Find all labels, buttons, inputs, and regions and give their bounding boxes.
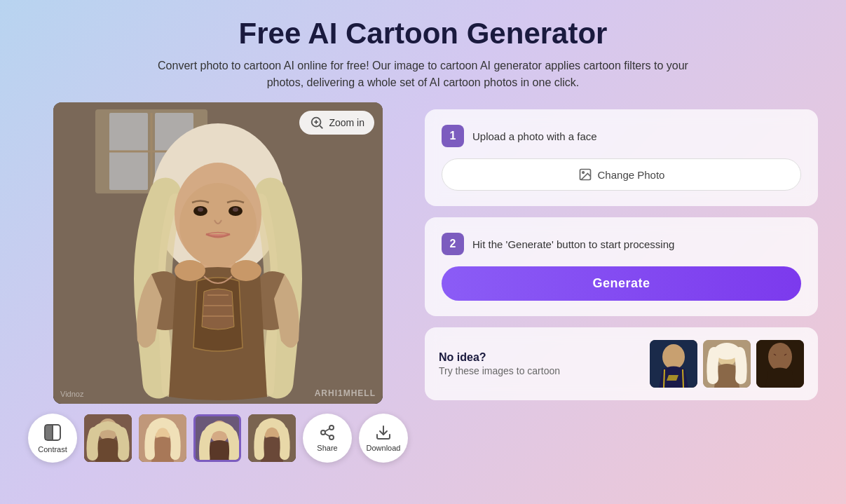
- generate-button[interactable]: Generate: [442, 266, 801, 301]
- download-button[interactable]: Download: [359, 414, 408, 463]
- step-1-header: 1 Upload a photo with a face: [442, 125, 801, 147]
- step-2-description: Hit the 'Generate' button to start proce…: [472, 238, 674, 250]
- step-2-header: 2 Hit the 'Generate' button to start pro…: [442, 233, 801, 255]
- step-1-description: Upload a photo with a face: [472, 130, 597, 142]
- svg-point-42: [662, 344, 685, 369]
- svg-line-20: [320, 125, 323, 128]
- character-artwork: [53, 102, 383, 404]
- page-title: Free AI Cartoon Generator: [28, 17, 818, 50]
- svg-point-17: [175, 260, 205, 281]
- thumbnail-4[interactable]: [248, 414, 296, 462]
- thumbnails-row: Contrast: [28, 414, 408, 463]
- no-idea-text: No idea? Try these images to cartoon: [439, 351, 560, 376]
- brand-watermark: Vidnoz: [60, 390, 83, 398]
- svg-rect-24: [45, 425, 53, 440]
- no-idea-title: No idea?: [439, 351, 560, 364]
- svg-point-47: [768, 343, 792, 371]
- contrast-icon: [43, 423, 62, 442]
- svg-point-35: [329, 435, 334, 440]
- no-idea-subtitle: Try these images to cartoon: [439, 365, 560, 376]
- main-image-container: Vidnoz ARHI1MHELL Zoom in: [53, 102, 383, 404]
- share-label: Share: [317, 444, 337, 452]
- svg-point-9: [179, 183, 257, 267]
- image-icon: [578, 168, 592, 182]
- main-content: Vidnoz ARHI1MHELL Zoom in: [28, 102, 818, 463]
- generate-label: Generate: [592, 276, 650, 290]
- thumbnail-3-active[interactable]: [193, 414, 241, 462]
- left-panel: Vidnoz ARHI1MHELL Zoom in: [28, 102, 408, 463]
- download-label: Download: [367, 444, 401, 452]
- contrast-button[interactable]: Contrast: [28, 414, 77, 463]
- svg-line-37: [325, 429, 330, 432]
- header: Free AI Cartoon Generator Convert photo …: [28, 17, 818, 91]
- share-icon: [319, 424, 336, 441]
- share-button[interactable]: Share: [303, 414, 352, 463]
- step-2-card: 2 Hit the 'Generate' button to start pro…: [425, 217, 818, 316]
- step-1-badge: 1: [442, 125, 464, 147]
- zoom-label: Zoom in: [329, 117, 364, 128]
- thumb-2-art: [139, 414, 186, 462]
- sample-image-2[interactable]: [703, 340, 751, 388]
- change-photo-button[interactable]: Change Photo: [442, 158, 801, 191]
- page-description: Convert photo to cartoon AI online for f…: [157, 57, 690, 91]
- sample-image-3[interactable]: [756, 340, 804, 388]
- svg-point-33: [329, 425, 334, 430]
- sample-image-1[interactable]: [650, 340, 697, 388]
- no-idea-card: No idea? Try these images to cartoon: [425, 327, 818, 400]
- download-icon: [375, 424, 392, 441]
- svg-point-40: [582, 172, 584, 174]
- svg-point-34: [321, 430, 325, 435]
- zoom-icon: [309, 115, 325, 130]
- step-2-badge: 2: [442, 233, 464, 255]
- sample-1-art: [650, 340, 697, 388]
- step-1-card: 1 Upload a photo with a face Change Phot…: [425, 109, 818, 206]
- sample-3-art: [756, 340, 804, 388]
- svg-point-12: [198, 207, 203, 212]
- sample-2-art: [703, 340, 751, 388]
- thumb-1-art: [84, 414, 132, 462]
- contrast-label: Contrast: [38, 445, 67, 454]
- svg-line-36: [325, 434, 330, 437]
- thumbnail-1[interactable]: [84, 414, 132, 462]
- image-watermark: ARHI1MHELL: [315, 388, 376, 398]
- thumb-4-art: [248, 414, 296, 462]
- sample-images: [650, 340, 804, 388]
- right-panel: 1 Upload a photo with a face Change Phot…: [425, 102, 818, 400]
- zoom-button[interactable]: Zoom in: [299, 111, 374, 135]
- page-container: Free AI Cartoon Generator Convert photo …: [0, 0, 846, 504]
- main-image: Vidnoz ARHI1MHELL: [53, 102, 383, 404]
- change-photo-label: Change Photo: [598, 169, 665, 181]
- svg-point-13: [233, 207, 238, 212]
- thumbnail-2[interactable]: [139, 414, 186, 462]
- thumb-3-art: [196, 416, 239, 460]
- svg-point-18: [231, 260, 261, 281]
